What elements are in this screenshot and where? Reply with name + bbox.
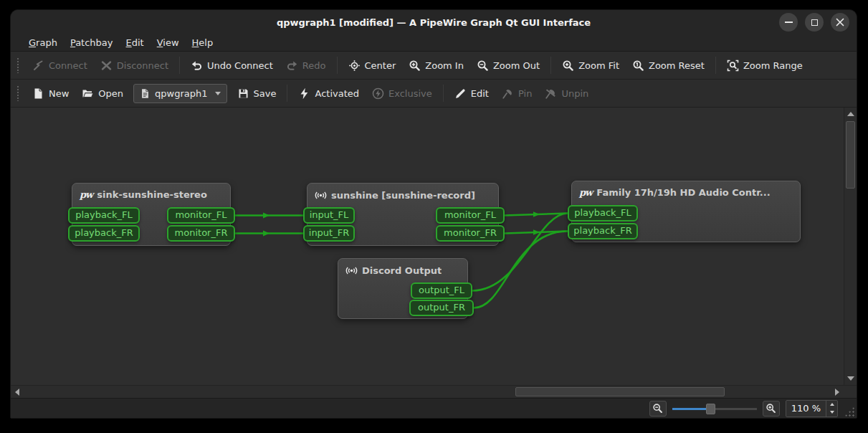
toolbar-separator xyxy=(443,85,444,102)
broadcast-icon xyxy=(345,265,358,277)
activated-label: Activated xyxy=(315,88,359,99)
zoom-in-icon xyxy=(766,403,776,414)
activated-button[interactable]: Activated xyxy=(292,84,366,103)
pin-button[interactable]: Pin xyxy=(495,84,538,103)
open-button[interactable]: Open xyxy=(75,84,130,103)
zoom-range-button[interactable]: Zoom Range xyxy=(720,56,809,75)
zoom-fit-button[interactable]: Zoom Fit xyxy=(555,56,626,75)
zoom-fit-icon xyxy=(562,60,574,72)
toolbar-drag-handle[interactable] xyxy=(16,57,20,73)
exclusive-label: Exclusive xyxy=(388,88,432,99)
zoom-reset-label: Zoom Reset xyxy=(649,60,705,71)
unpin-label: Unpin xyxy=(561,88,588,99)
menu-patchbay[interactable]: Patchbay xyxy=(64,36,120,49)
scroll-right-button[interactable] xyxy=(831,386,844,399)
patchbay-select[interactable]: qpwgraph1 xyxy=(133,84,226,103)
node-title: Family 17h/19h HD Audio Contr... xyxy=(596,187,770,198)
port-input-fl[interactable]: input_FL xyxy=(303,207,355,224)
port-playback-fl[interactable]: playback_FL xyxy=(568,205,638,222)
port-monitor-fl[interactable]: monitor_FL xyxy=(436,207,505,224)
scroll-left-button[interactable] xyxy=(11,386,24,399)
pin-icon xyxy=(502,87,514,100)
window-title: qpwgraph1 [modified] — A PipeWire Graph … xyxy=(277,17,591,28)
connect-button[interactable]: Connect xyxy=(26,56,94,75)
horizontal-scrollbar[interactable] xyxy=(11,385,857,398)
menu-help[interactable]: Help xyxy=(186,36,220,49)
save-button[interactable]: Save xyxy=(231,84,283,103)
window-controls xyxy=(779,13,849,32)
spin-up-button[interactable] xyxy=(826,401,837,409)
node-header: pw Family 17h/19h HD Audio Contr... xyxy=(572,181,800,198)
unpin-icon xyxy=(545,87,557,100)
menu-view[interactable]: View xyxy=(151,36,186,49)
undo-connect-label: Undo Connect xyxy=(207,60,273,71)
menubar: Graph Patchbay Edit View Help xyxy=(11,34,857,52)
connection-edges xyxy=(11,108,845,385)
vertical-scroll-thumb[interactable] xyxy=(846,121,855,189)
unpin-button[interactable]: Unpin xyxy=(538,84,595,103)
vertical-scrollbar[interactable] xyxy=(844,108,857,385)
port-monitor-fr[interactable]: monitor_FR xyxy=(167,225,235,242)
port-output-fr[interactable]: output_FR xyxy=(409,300,474,316)
zoom-reset-icon xyxy=(632,60,644,72)
zoom-out-label: Zoom Out xyxy=(493,60,540,71)
node-header: Discord Output xyxy=(338,259,467,277)
statusbar-zoom-in-button[interactable] xyxy=(763,401,780,417)
maximize-button[interactable] xyxy=(805,13,824,32)
zoom-value: 110 % xyxy=(786,401,826,417)
toolbar-drag-handle[interactable] xyxy=(16,85,20,101)
redo-label: Redo xyxy=(302,60,326,71)
minimize-button[interactable] xyxy=(779,13,798,32)
zoom-slider[interactable] xyxy=(672,402,757,415)
zoom-spinbox[interactable]: 110 % xyxy=(786,400,838,417)
menu-edit[interactable]: Edit xyxy=(120,36,151,49)
open-label: Open xyxy=(98,88,123,99)
center-button[interactable]: Center xyxy=(342,56,403,75)
zoom-out-button[interactable]: Zoom Out xyxy=(470,56,546,75)
port-playback-fl[interactable]: playback_FL xyxy=(68,207,140,224)
port-input-fr[interactable]: input_FR xyxy=(303,225,355,242)
scrollbar-corner xyxy=(844,386,857,399)
edge-arrow-icon xyxy=(533,229,540,234)
undo-icon xyxy=(191,60,203,72)
open-folder-icon xyxy=(82,87,94,100)
node-title: Discord Output xyxy=(362,265,442,276)
port-playback-fr[interactable]: playback_FR xyxy=(568,223,638,239)
arrow-left-icon xyxy=(15,389,19,396)
close-button[interactable] xyxy=(831,13,849,32)
port-playback-fr[interactable]: playback_FR xyxy=(68,225,140,242)
new-label: New xyxy=(49,88,69,99)
port-monitor-fl[interactable]: monitor_FL xyxy=(167,207,235,224)
zoom-out-icon xyxy=(477,60,489,72)
arrow-right-icon xyxy=(835,389,839,396)
save-icon xyxy=(237,87,249,100)
graph-toolbar: Connect Disconnect Undo Connect Redo Cen… xyxy=(11,52,857,80)
connection-edge xyxy=(505,214,568,216)
toolbar-separator xyxy=(715,57,716,74)
exclusive-bolt-icon xyxy=(372,87,384,100)
port-output-fl[interactable]: output_FL xyxy=(411,282,472,299)
titlebar[interactable]: qpwgraph1 [modified] — A PipeWire Graph … xyxy=(11,10,857,34)
zoom-in-button[interactable]: Zoom In xyxy=(402,56,470,75)
graph-canvas[interactable]: pw sink-sunshine-stereo playback_FL play… xyxy=(11,108,857,385)
node-header: pw sink-sunshine-stereo xyxy=(72,184,230,200)
new-button[interactable]: New xyxy=(26,84,75,103)
redo-button[interactable]: Redo xyxy=(280,56,333,75)
horizontal-scroll-thumb[interactable] xyxy=(515,387,725,396)
statusbar-zoom-out-button[interactable] xyxy=(649,401,667,417)
spin-down-button[interactable] xyxy=(826,409,837,417)
zoom-reset-button[interactable]: Zoom Reset xyxy=(626,56,711,75)
scroll-up-button[interactable] xyxy=(844,108,857,120)
arrow-down-icon xyxy=(847,376,854,381)
patchbay-select-value: qpwgraph1 xyxy=(155,88,207,99)
arrow-up-icon xyxy=(847,112,854,116)
scroll-down-button[interactable] xyxy=(844,372,857,385)
edit-button[interactable]: Edit xyxy=(448,84,495,103)
menu-graph[interactable]: Graph xyxy=(22,36,64,49)
slider-handle[interactable] xyxy=(706,404,715,414)
undo-connect-button[interactable]: Undo Connect xyxy=(184,56,280,75)
port-monitor-fr[interactable]: monitor_FR xyxy=(436,225,505,242)
disconnect-button[interactable]: Disconnect xyxy=(94,56,175,75)
exclusive-button[interactable]: Exclusive xyxy=(366,84,439,103)
window-resize-grip[interactable] xyxy=(844,406,854,417)
